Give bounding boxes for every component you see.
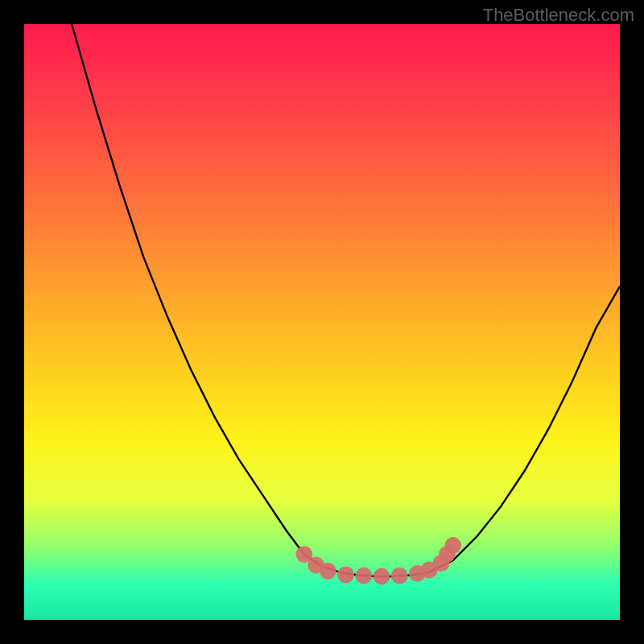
- plot-area: [24, 24, 620, 620]
- marker-dot: [320, 563, 336, 580]
- valley-markers: [295, 537, 461, 584]
- watermark-text: TheBottleneck.com: [483, 5, 634, 26]
- marker-dot: [337, 566, 354, 583]
- bottleneck-curve: [24, 24, 620, 620]
- chart-frame: TheBottleneck.com: [0, 0, 644, 644]
- marker-dot: [391, 568, 408, 584]
- marker-dot: [444, 537, 461, 554]
- marker-dot: [355, 568, 372, 584]
- curve-line: [72, 24, 620, 576]
- marker-dot: [374, 568, 390, 585]
